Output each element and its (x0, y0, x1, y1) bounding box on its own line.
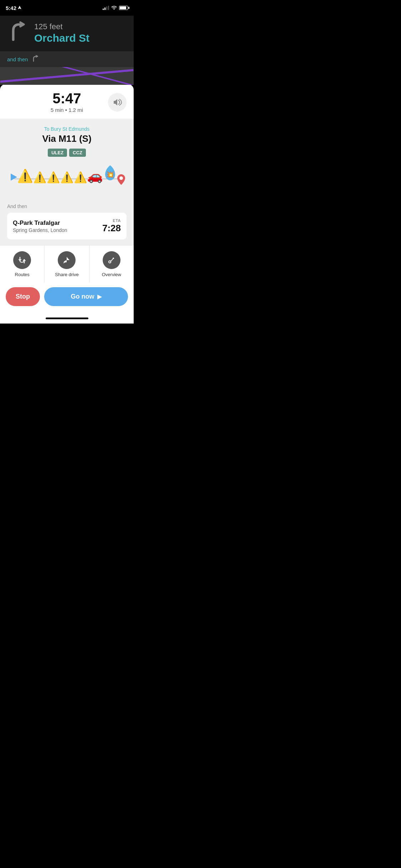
start-position-icon (11, 174, 17, 181)
incident-warning-3: ⚠️ (47, 171, 60, 184)
incident-warning-1: ⚠️ (17, 169, 33, 184)
overview-icon (107, 256, 116, 264)
bottom-actions: Routes Share drive Overview (0, 245, 134, 283)
wifi-icon (111, 5, 117, 11)
eta-label: ETA (102, 218, 121, 223)
status-time: 5:42 (6, 5, 21, 11)
separator: • (65, 107, 68, 113)
overview-label: Overview (102, 272, 121, 277)
go-arrow-icon: ▶ (97, 293, 102, 300)
signal-icon (103, 6, 109, 10)
eta-header: 5:47 5 min • 1.2 mi (0, 84, 134, 119)
stop-button[interactable]: Stop (6, 287, 40, 306)
crash-icon: 💥 (103, 165, 117, 184)
incident-warning-4: ⚠️ (60, 171, 73, 184)
share-icon-circle (58, 251, 76, 269)
destination-label: To Bury St Edmunds (7, 126, 127, 132)
destination-eta: ETA 7:28 (102, 218, 121, 234)
map-preview (0, 67, 134, 85)
ulez-badge: ULEZ (48, 149, 67, 157)
nav-street: Orchard St (34, 32, 127, 44)
timeline-icons: ⚠️ ⚠️ ⚠️ ⚠️ ⚠️ 🚗 💥 (7, 167, 127, 186)
and-then-bar: and then (0, 51, 134, 67)
nav-distance: 125 feet (34, 22, 127, 31)
ccz-badge: CCZ (69, 149, 86, 157)
status-bar: 5:42 (0, 0, 134, 16)
duration: 5 min (51, 107, 64, 113)
location-arrow-icon (18, 6, 21, 10)
destination-pin (117, 174, 125, 186)
routes-label: Routes (15, 272, 30, 277)
route-name: Via M11 (S) (7, 133, 127, 144)
routes-button[interactable]: Routes (0, 246, 45, 283)
overview-icon-circle (103, 251, 120, 269)
eta-info: 5:47 5 min • 1.2 mi (26, 91, 108, 113)
traffic-jam-icon: 🚗 (87, 169, 103, 184)
share-icon (62, 256, 71, 264)
svg-point-3 (119, 176, 123, 180)
main-panel: 5:47 5 min • 1.2 mi To Bury St Edmunds V… (0, 84, 134, 324)
sound-icon (112, 98, 122, 106)
share-drive-button[interactable]: Share drive (45, 246, 89, 283)
status-icons (103, 5, 128, 11)
trip-distance: 1.2 mi (68, 107, 83, 113)
route-badges: ULEZ CCZ (7, 149, 127, 157)
route-timeline: ⚠️ ⚠️ ⚠️ ⚠️ ⚠️ 🚗 💥 (7, 164, 127, 193)
incident-cluster: ⚠️ ⚠️ ⚠️ ⚠️ (33, 171, 87, 184)
svg-point-0 (114, 8, 115, 9)
trip-details: 5 min • 1.2 mi (26, 107, 108, 113)
go-label: Go now (71, 293, 94, 300)
routes-icon (18, 256, 26, 264)
go-now-button[interactable]: Go now ▶ (44, 287, 128, 306)
bottom-buttons: Stop Go now ▶ (0, 283, 134, 315)
destination-info: Q-Park Trafalgar Spring Gardens, London (13, 219, 67, 233)
arrival-time: 5:47 (26, 91, 108, 105)
and-then-section: And then Q-Park Trafalgar Spring Gardens… (0, 203, 134, 245)
battery-icon (119, 6, 128, 10)
and-then-label: and then (7, 56, 28, 62)
routes-icon-circle (13, 251, 31, 269)
destination-card[interactable]: Q-Park Trafalgar Spring Gardens, London … (7, 213, 127, 239)
turn-direction-icon (7, 21, 29, 44)
home-indicator (0, 315, 134, 324)
and-then-arrow-icon (31, 55, 40, 63)
home-bar (46, 317, 88, 319)
svg-text:💥: 💥 (106, 171, 114, 179)
overview-button[interactable]: Overview (89, 246, 134, 283)
destination-address: Spring Gardens, London (13, 227, 67, 233)
navigation-header: 125 feet Orchard St (0, 16, 134, 51)
destination-name: Q-Park Trafalgar (13, 219, 67, 227)
incident-warning-2: ⚠️ (33, 171, 46, 184)
incident-warning-5: ⚠️ (74, 171, 87, 184)
nav-info: 125 feet Orchard St (34, 22, 127, 44)
and-then-section-label: And then (7, 203, 127, 209)
route-panel: To Bury St Edmunds Via M11 (S) ULEZ CCZ … (0, 119, 134, 203)
crash-marker-icon: 💥 (103, 165, 117, 180)
share-label: Share drive (55, 272, 78, 277)
sound-button[interactable] (108, 93, 127, 112)
eta-time: 7:28 (102, 223, 121, 234)
